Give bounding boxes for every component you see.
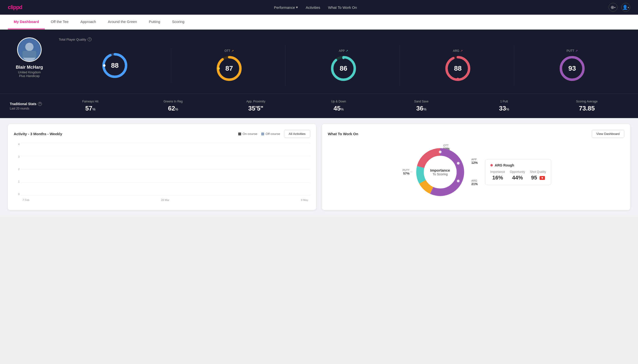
scores-row: 88 OTT ↗ 87 [59, 45, 628, 86]
activity-card: Activity - 3 Months - Weekly On course O… [8, 124, 316, 210]
y-axis: 4 3 2 1 0 [14, 143, 20, 196]
player-country: United Kingdom [18, 70, 41, 74]
donut-center: Importance To Scoring [430, 168, 450, 176]
score-overall: 88 [59, 48, 171, 83]
ring-arg: 88 [444, 55, 471, 82]
x-axis: 7 Feb 28 Mar 9 May [21, 198, 310, 202]
wtw-header: What To Work On View Dashboard [328, 130, 624, 138]
tab-scoring[interactable]: Scoring [166, 15, 190, 29]
svg-rect-3 [23, 51, 36, 58]
activity-title: Activity - 3 Months - Weekly [14, 132, 62, 136]
donut-chart: Importance To Scoring [413, 145, 467, 199]
add-button[interactable]: ⊕ ▾ [609, 3, 617, 12]
tab-off-the-tee[interactable]: Off the Tee [45, 15, 74, 29]
activity-card-header: Activity - 3 Months - Weekly On course O… [14, 130, 310, 138]
what-to-work-on-card: What To Work On View Dashboard PUTT 57% … [322, 124, 630, 210]
stat-up-and-down: Up & Down 45% [297, 100, 380, 112]
ring-app: 86 [330, 55, 357, 82]
nav-right: ⊕ ▾ 👤 ▾ [609, 3, 630, 12]
score-overall-value: 88 [111, 62, 118, 70]
view-dashboard-button[interactable]: View Dashboard [592, 130, 624, 138]
chevron-icon: ▾ [628, 6, 629, 9]
score-arg: ARG ↗ 88 [402, 45, 514, 86]
svg-point-15 [457, 78, 459, 80]
metric-opportunity: Opportunity 44% [510, 170, 525, 181]
player-handicap: Plus Handicap [19, 74, 40, 78]
stat-one-putt: 1 Putt 33% [463, 100, 545, 112]
chevron-down-icon: ▾ [296, 5, 298, 10]
stats-label-group: Traditional Stats ? Last 20 rounds [10, 102, 49, 110]
legend-off-course: Off course [261, 132, 280, 136]
wtw-title: What To Work On [328, 132, 358, 136]
shot-quality-badge: ▼ [540, 176, 545, 180]
stat-app-proximity: App. Proximity 35'5" [215, 100, 297, 112]
plus-icon: ⊕ [610, 5, 614, 10]
tab-approach[interactable]: Approach [74, 15, 102, 29]
ring-putt: 93 [559, 55, 586, 82]
stat-sand-save: Sand Save 36% [380, 100, 463, 112]
score-app: APP ↗ 86 [287, 45, 400, 86]
info-dot [490, 164, 493, 166]
putt-label: PUTT 57% [402, 169, 409, 175]
svg-point-24 [439, 150, 442, 153]
arrow-up-icon: ↗ [346, 49, 348, 52]
arrow-up-icon: ↗ [575, 49, 578, 52]
scores-section: Total Player Quality ? 88 [59, 38, 628, 86]
stat-greens-in-reg: Greens In Reg 62% [132, 100, 215, 112]
nav-activities[interactable]: Activities [306, 6, 320, 10]
arrow-up-icon: ↗ [231, 49, 234, 52]
user-menu-button[interactable]: 👤 ▾ [621, 3, 630, 12]
score-putt: PUTT ↗ 93 [516, 45, 628, 86]
info-metrics: Importance 16% Opportunity 44% Shot Qual… [490, 170, 546, 181]
traditional-stats: Traditional Stats ? Last 20 rounds Fairw… [0, 94, 638, 118]
hero-section: Blair McHarg United Kingdom Plus Handica… [0, 30, 638, 94]
ring-ott: 87 [216, 55, 243, 82]
stats-help-icon[interactable]: ? [38, 102, 42, 106]
nav-links: Performance ▾ Activities What To Work On [274, 5, 357, 10]
score-putt-value: 93 [568, 64, 576, 72]
svg-point-6 [103, 64, 106, 67]
donut-area: PUTT 57% OTT 10% APP 12% ARG 21% [328, 143, 624, 202]
tab-putting[interactable]: Putting [143, 15, 166, 29]
arrow-up-icon: ↗ [460, 49, 463, 52]
tpq-label: Total Player Quality ? [59, 38, 628, 41]
metric-importance: Importance 16% [490, 170, 505, 181]
donut-outer: PUTT 57% OTT 10% APP 12% ARG 21% [401, 143, 479, 202]
nav-performance[interactable]: Performance ▾ [274, 5, 298, 10]
logo[interactable]: clippd [8, 4, 22, 10]
all-activities-button[interactable]: All Activities [284, 130, 310, 138]
tab-my-dashboard[interactable]: My Dashboard [8, 15, 45, 29]
bar-chart: 4 3 2 1 0 [14, 143, 310, 202]
svg-point-1 [25, 43, 34, 51]
ring-overall: 88 [101, 52, 128, 79]
nav-what-to-work-on[interactable]: What To Work On [328, 6, 357, 10]
app-label: APP 12% [471, 158, 478, 164]
player-info: Blair McHarg United Kingdom Plus Handica… [10, 38, 49, 78]
score-ott-value: 87 [225, 64, 233, 72]
chart-legend: On course Off course [238, 132, 280, 136]
stat-scoring-average: Scoring Average 73.85 [545, 100, 628, 112]
avatar [17, 38, 42, 62]
arg-label: ARG 21% [471, 179, 478, 186]
svg-point-18 [560, 65, 562, 67]
bars-container [21, 143, 310, 196]
player-name: Blair McHarg [16, 65, 43, 70]
main-content: Activity - 3 Months - Weekly On course O… [0, 118, 638, 216]
score-arg-value: 88 [454, 64, 462, 72]
metric-shot-quality: Shot Quality 95 ▼ [530, 170, 546, 181]
tab-bar: My Dashboard Off the Tee Approach Around… [0, 15, 638, 30]
top-nav: clippd Performance ▾ Activities What To … [0, 0, 638, 15]
help-icon[interactable]: ? [88, 38, 92, 41]
tab-around-the-green[interactable]: Around the Green [102, 15, 143, 29]
user-icon: 👤 [622, 5, 628, 10]
chevron-icon: ▾ [614, 6, 615, 9]
svg-point-12 [342, 57, 345, 59]
score-ott: OTT ↗ 87 [173, 45, 285, 86]
legend-on-course: On course [238, 132, 257, 136]
svg-point-25 [457, 162, 460, 164]
arg-rough-info-card: ARG Rough Importance 16% Opportunity 44%… [485, 159, 551, 185]
svg-point-9 [218, 67, 220, 70]
score-app-value: 86 [340, 64, 347, 72]
stat-fairways-hit: Fairways Hit 57% [49, 100, 132, 112]
svg-point-26 [457, 180, 460, 182]
